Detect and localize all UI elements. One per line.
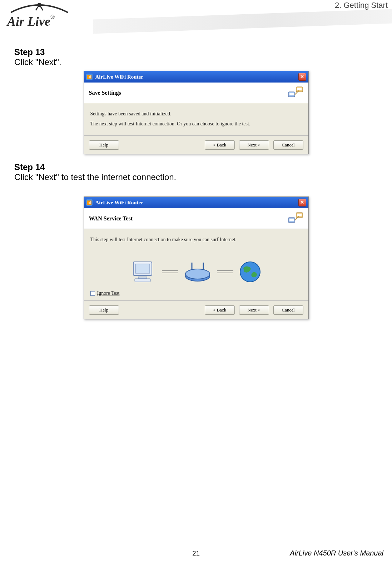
dialog-titlebar: 📶 AirLive WiFi Router ✕	[84, 197, 308, 208]
dialog-body: This step will test Internet connection …	[84, 229, 308, 300]
dialog-button-bar: Help < Back Next > Cancel	[84, 135, 308, 154]
next-button[interactable]: Next >	[239, 305, 269, 315]
close-icon: ✕	[300, 200, 304, 205]
svg-line-2	[41, 7, 43, 10]
network-devices-icon	[288, 211, 303, 226]
page-header: Air Live® 2. Getting Start	[0, 0, 392, 39]
svg-rect-8	[289, 219, 294, 221]
svg-point-0	[37, 3, 41, 7]
router-app-icon: 📶	[86, 74, 93, 80]
dialog-banner: Save Settings	[84, 83, 308, 103]
step13-heading: Step 13	[14, 47, 378, 57]
dialog-title: AirLive WiFi Router	[95, 74, 143, 80]
computer-icon	[131, 260, 156, 283]
network-topology-illustration	[90, 260, 302, 283]
svg-rect-6	[297, 88, 302, 90]
svg-rect-10	[297, 214, 302, 216]
ignore-test-row: Ignore Test	[90, 290, 302, 296]
logo-arc-icon	[7, 2, 71, 14]
globe-icon	[239, 261, 261, 283]
router-app-icon: 📶	[86, 199, 93, 206]
network-devices-icon	[288, 85, 303, 100]
step14-instruction: Click "Next" to test the internet connec…	[14, 172, 378, 182]
help-button[interactable]: Help	[89, 305, 119, 315]
ignore-test-label: Ignore Test	[97, 290, 120, 296]
page-number: 21	[192, 549, 200, 557]
svg-rect-12	[135, 264, 150, 273]
wan-test-dialog: 📶 AirLive WiFi Router ✕ WAN Service Test…	[84, 196, 309, 319]
dialog-button-bar: Help < Back Next > Cancel	[84, 300, 308, 319]
svg-rect-13	[138, 277, 147, 279]
banner-title: WAN Service Test	[89, 215, 133, 222]
back-button[interactable]: < Back	[205, 305, 235, 315]
decorative-swoosh	[93, 9, 392, 34]
chapter-title: 2. Getting Start	[335, 1, 388, 10]
body-line-1: Settings have been saved and initialized…	[90, 111, 302, 117]
logo-text: Air Live	[7, 14, 50, 29]
banner-title: Save Settings	[89, 90, 121, 96]
step14-dialog-wrap: 📶 AirLive WiFi Router ✕ WAN Service Test…	[14, 196, 378, 319]
body-line-1: This step will test Internet connection …	[90, 237, 302, 243]
dialog-titlebar: 📶 AirLive WiFi Router ✕	[84, 71, 308, 83]
page-body: Step 13 Click "Next". 📶 AirLive WiFi Rou…	[0, 47, 392, 319]
dialog-title: AirLive WiFi Router	[95, 200, 143, 206]
save-settings-dialog: 📶 AirLive WiFi Router ✕ Save Settings Se…	[84, 71, 309, 154]
manual-name: AirLive N450R User's Manual	[290, 549, 383, 557]
close-button[interactable]: ✕	[298, 199, 306, 206]
dialog-body: Settings have been saved and initialized…	[84, 103, 308, 135]
router-icon	[184, 261, 211, 283]
cable-icon	[217, 270, 233, 273]
close-icon: ✕	[300, 74, 304, 79]
page-footer: 21 AirLive N450R User's Manual	[0, 549, 392, 557]
ignore-test-checkbox[interactable]	[90, 291, 95, 296]
step14-heading: Step 14	[14, 162, 378, 172]
svg-point-19	[240, 262, 260, 282]
step13-dialog-wrap: 📶 AirLive WiFi Router ✕ Save Settings Se…	[14, 71, 378, 154]
step13-instruction: Click "Next".	[14, 57, 378, 67]
svg-line-1	[36, 7, 38, 10]
body-line-2: The next step will test Internet connect…	[90, 121, 302, 127]
help-button[interactable]: Help	[89, 140, 119, 150]
svg-rect-14	[135, 279, 150, 282]
back-button[interactable]: < Back	[205, 140, 235, 150]
cancel-button[interactable]: Cancel	[273, 140, 303, 150]
cancel-button[interactable]: Cancel	[273, 305, 303, 315]
logo: Air Live®	[7, 2, 71, 29]
svg-rect-4	[289, 93, 294, 95]
cable-icon	[162, 270, 178, 273]
next-button[interactable]: Next >	[239, 140, 269, 150]
close-button[interactable]: ✕	[298, 73, 306, 81]
trademark-symbol: ®	[50, 14, 55, 20]
svg-point-16	[185, 269, 210, 279]
dialog-banner: WAN Service Test	[84, 208, 308, 229]
